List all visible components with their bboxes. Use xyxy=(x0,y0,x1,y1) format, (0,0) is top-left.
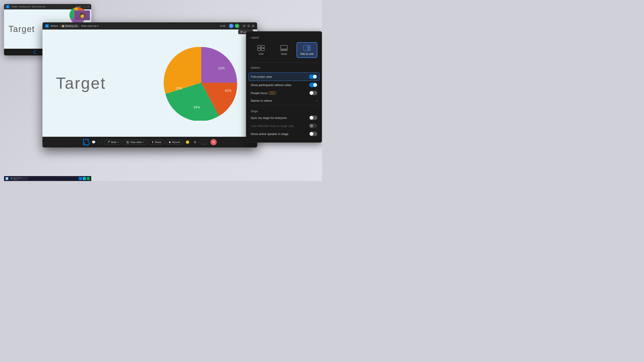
taskbar-app-icon2[interactable] xyxy=(83,177,86,180)
show-menu-btn[interactable]: Show menu bar ▾ xyxy=(81,25,98,27)
svg-text:34%: 34% xyxy=(194,105,200,109)
share-btn[interactable]: ⬆ Share xyxy=(149,140,164,145)
bg-meeting-info: Meeting info xyxy=(19,5,30,8)
record-icon: ⏺ xyxy=(168,141,171,143)
bg-webex-label: Webex xyxy=(12,5,18,8)
webex-icon: W xyxy=(45,24,49,28)
window-controls: — □ ✕ xyxy=(243,24,254,27)
svg-rect-20 xyxy=(308,45,310,47)
svg-rect-2 xyxy=(6,177,7,179)
stack-label: Stack xyxy=(281,52,287,55)
stop-video-label: Stop video xyxy=(130,141,142,143)
target-text: Target xyxy=(56,74,106,92)
side-by-side-icon xyxy=(303,45,311,51)
bg-target-text: Target xyxy=(8,24,35,34)
names-chevron-icon: › xyxy=(316,99,317,102)
taskbar: 🔍 Type here to search xyxy=(4,176,91,181)
help-icon[interactable]: ? xyxy=(229,24,234,28)
svg-rect-13 xyxy=(258,48,260,51)
names-in-videos-label: Names in videos xyxy=(251,99,272,102)
meeting-info-label: Meeting info xyxy=(65,25,77,27)
record-label: Record xyxy=(172,141,180,143)
taskbar-search[interactable]: 🔍 Type here to search xyxy=(10,177,28,180)
maximize-btn[interactable]: □ xyxy=(247,24,250,27)
svg-rect-4 xyxy=(6,179,7,180)
share-label: Share xyxy=(155,141,161,143)
active-speaker-toggle[interactable] xyxy=(309,132,317,136)
camera-icon: 📷 xyxy=(126,141,129,144)
people-focus-label: People focus Beta xyxy=(251,91,276,95)
svg-rect-18 xyxy=(285,50,287,51)
lock-attendee-toggle-knob xyxy=(310,124,313,128)
layout-panel: Layout Grid xyxy=(246,31,322,143)
bg-webex-icon: W xyxy=(6,5,10,8)
taskbar-app-icon3[interactable] xyxy=(87,177,90,180)
svg-rect-5 xyxy=(7,179,8,180)
stage-section: Stage Sync my stage for everyone Lock at… xyxy=(251,105,317,138)
layout-option-side-by-side[interactable]: Side by side xyxy=(296,42,317,58)
apps-btn[interactable]: ⚙ xyxy=(192,139,198,145)
sync-stage-toggle-knob xyxy=(310,116,313,120)
svg-rect-22 xyxy=(308,49,310,51)
fullscreen-label: Full-screen view xyxy=(251,75,272,78)
bg-loader xyxy=(33,50,37,54)
minimize-btn[interactable]: — xyxy=(243,24,246,27)
grid-icon xyxy=(257,45,265,51)
lock-attendee-toggle[interactable] xyxy=(309,124,317,128)
sync-stage-toggle[interactable] xyxy=(309,115,317,120)
chat-chevron: ▾ xyxy=(98,141,99,143)
svg-rect-15 xyxy=(281,45,287,49)
options-section: Options Full-screen view Show participan… xyxy=(251,62,317,138)
main-toolbar: 💬 ▾ 🎤 Mute ▾ 📷 Stop video ▾ ⬆ Share ⏺ Re… xyxy=(42,137,257,147)
people-focus-option: People focus Beta xyxy=(251,89,317,97)
mute-label: Mute xyxy=(111,141,116,143)
more-btn[interactable]: ... xyxy=(200,140,207,145)
svg-rect-17 xyxy=(283,50,285,51)
layout-grid-icon: ⊞ xyxy=(240,30,242,33)
reactions-btn[interactable]: 🙂 xyxy=(184,139,190,145)
chat-btn[interactable]: 💬 xyxy=(90,139,97,145)
stop-video-btn[interactable]: 📷 Stop video ▾ xyxy=(123,140,147,145)
layout-panel-title: Layout xyxy=(251,36,317,39)
record-btn[interactable]: ⏺ Record xyxy=(166,140,183,145)
active-speaker-toggle-knob xyxy=(310,132,313,136)
layout-options: Grid Stack xyxy=(251,42,317,58)
taskbar-app-icon[interactable] xyxy=(79,177,82,180)
taskbar-search-icon: 🔍 xyxy=(11,178,13,179)
sync-stage-option: Sync my stage for everyone xyxy=(251,114,317,122)
start-button[interactable] xyxy=(5,177,8,180)
meeting-info-tab[interactable]: 🏠 Meeting info xyxy=(60,24,79,28)
divider1 xyxy=(102,139,102,145)
pie-chart-container: 12% 41% 34% 13% xyxy=(159,45,244,122)
active-speaker-label: Show active speaker in stage xyxy=(251,132,288,136)
stack-icon xyxy=(280,45,288,51)
lock-attendee-label: Lock attendee view on stage only xyxy=(251,124,294,128)
fullscreen-toggle[interactable] xyxy=(309,74,317,79)
layout-option-grid[interactable]: Grid xyxy=(251,42,272,58)
leave-btn[interactable]: ✕ xyxy=(210,139,217,145)
participants-no-video-toggle[interactable] xyxy=(309,83,317,87)
status-icon[interactable]: ● xyxy=(235,24,239,28)
svg-text:12%: 12% xyxy=(218,66,225,70)
people-focus-toggle[interactable] xyxy=(309,91,317,95)
layout-option-stack[interactable]: Stack xyxy=(274,42,294,58)
svg-text:41%: 41% xyxy=(225,88,232,92)
names-in-videos-option[interactable]: Names in videos › xyxy=(251,97,317,104)
main-pie-chart: 12% 41% 34% 13% xyxy=(159,45,244,121)
svg-rect-11 xyxy=(258,45,260,48)
webex-label: Webex xyxy=(50,24,58,27)
bg-show-menu: Show menu bar xyxy=(32,5,46,8)
svg-rect-14 xyxy=(262,48,264,51)
participants-no-video-option: Show participants without video xyxy=(251,81,317,89)
bg-thumbnail: 👩 xyxy=(74,10,90,20)
main-title-bar: W Webex 🏠 Meeting info Show menu bar ▾ 1… xyxy=(42,22,257,29)
mute-btn[interactable]: 🎤 Mute ▾ xyxy=(104,140,122,145)
people-focus-toggle-knob xyxy=(310,91,313,95)
close-btn[interactable]: ✕ xyxy=(252,24,254,27)
active-speaker-option: Show active speaker in stage xyxy=(251,130,317,138)
loading-spinner xyxy=(83,139,89,145)
svg-rect-3 xyxy=(7,177,8,179)
participants-toggle-knob xyxy=(313,83,317,87)
lock-attendee-option: Lock attendee view on stage only xyxy=(251,122,317,130)
taskbar-search-text: Type here to search xyxy=(13,177,27,180)
